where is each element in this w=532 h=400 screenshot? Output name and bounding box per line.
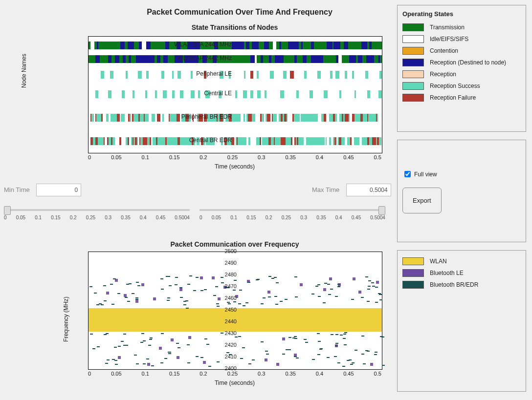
tick: 0.45 — [343, 371, 354, 377]
tick: 0.4 — [335, 215, 342, 220]
min-time-slider[interactable]: 00.050.10.150.20.250.30.350.40.450.5004 — [4, 202, 190, 220]
tick: 2440 — [217, 318, 237, 324]
full-view-label: Full view — [414, 171, 437, 178]
legend-swatch — [402, 94, 424, 102]
legend-swatch — [402, 269, 424, 277]
legend-item: Reception Success — [402, 80, 521, 92]
max-time-input[interactable] — [346, 184, 391, 196]
node-label: WLAN STA 2442 MHz — [149, 41, 232, 48]
legend-swatch — [402, 47, 424, 55]
legend-swatch — [402, 70, 424, 78]
tick: 0.35 — [121, 215, 130, 220]
legend-swatch — [402, 35, 424, 43]
legend-label: Reception Success — [430, 83, 480, 89]
legend-item: Reception (Destined to node) — [402, 57, 521, 68]
node-label: Peripheral BR EDR — [149, 113, 232, 120]
tick: 0.25 — [282, 215, 291, 220]
tick: 0.25 — [227, 154, 238, 160]
legend-item: Transmission — [402, 21, 521, 33]
tick: 0.15 — [169, 371, 179, 377]
tick: 0.45 — [352, 215, 361, 220]
max-time-label: Max Time — [312, 186, 339, 193]
legend-label: Transmission — [430, 24, 465, 31]
full-view-checkbox[interactable]: Full view — [402, 169, 521, 179]
operating-states-legend: Operating States TransmissionIdle/EIFS/S… — [397, 5, 526, 132]
top-xticks: 00.050.10.150.20.250.30.350.40.450.5 — [88, 154, 381, 160]
tick: 2420 — [217, 342, 237, 348]
tick: 0.05 — [111, 371, 121, 377]
bottom-ylabel: Frequency (MHz) — [63, 296, 69, 342]
legend-label: WLAN — [430, 258, 447, 265]
state-transitions-axes[interactable] — [88, 36, 382, 153]
frequency-legend: WLANBluetooth LEBluetooth BR/EDR — [397, 250, 526, 392]
tick: 2490 — [217, 260, 237, 266]
tick: 0 — [88, 371, 91, 377]
legend-swatch — [402, 257, 424, 265]
full-view-input[interactable] — [404, 171, 411, 177]
tick: 0.15 — [246, 215, 256, 220]
legend-label: Bluetooth LE — [430, 270, 464, 276]
legend-title: Operating States — [402, 10, 521, 18]
tick: 0.1 — [142, 154, 149, 160]
tick: 0.05 — [16, 215, 25, 220]
tick: 0.2 — [200, 371, 207, 377]
tick: 0.4 — [316, 371, 323, 377]
legend-label: Reception — [430, 71, 456, 78]
tick: 2470 — [217, 283, 237, 289]
tick: 0.25 — [227, 371, 238, 377]
legend-item: Reception Failure — [402, 92, 521, 104]
min-time-input[interactable] — [36, 184, 81, 196]
bottom-xlabel: Time (seconds) — [88, 379, 381, 386]
top-ylabel: Node Names — [21, 54, 27, 88]
tick: 0.2 — [266, 215, 272, 220]
legend-label: Bluetooth BR/EDR — [430, 281, 478, 288]
tick: 0 — [4, 215, 7, 220]
tick: 0.5004 — [370, 215, 385, 220]
tick: 0.45 — [156, 215, 165, 220]
tick: 0 — [200, 215, 202, 220]
top-xlabel: Time (seconds) — [88, 163, 381, 170]
top-chart-title: State Transitions of Nodes — [88, 23, 381, 31]
legend-item: Contention — [402, 45, 521, 57]
figure-window: Packet Communication Over Time And Frequ… — [0, 0, 532, 400]
tick: 0.2 — [200, 154, 207, 160]
tick: 0.1 — [230, 215, 237, 220]
legend-swatch — [402, 281, 424, 289]
legend-swatch — [402, 82, 424, 90]
tick: 0.3 — [105, 215, 111, 220]
tick: 0.35 — [285, 371, 295, 377]
legend-swatch — [402, 59, 424, 66]
tick: 0.4 — [140, 215, 147, 220]
legend-item: Reception — [402, 68, 521, 80]
tick: 0.5 — [374, 371, 381, 377]
tick: 0.3 — [300, 215, 307, 220]
tick: 0.5004 — [175, 215, 190, 220]
tick: 0.3 — [258, 154, 265, 160]
tick: 2430 — [217, 330, 237, 336]
tick: 0.3 — [258, 371, 265, 377]
tick: 0 — [88, 154, 91, 160]
tick: 0.4 — [316, 154, 323, 160]
main-title: Packet Communication Over Time And Frequ… — [93, 8, 386, 17]
tick: 2500 — [217, 248, 237, 254]
legend-swatch — [402, 23, 424, 31]
tick: 0.1 — [35, 215, 42, 220]
export-button[interactable]: Export — [402, 188, 442, 213]
tick: 0.15 — [51, 215, 60, 220]
max-time-slider[interactable]: 00.050.10.150.20.250.30.350.40.450.5004 — [200, 202, 385, 220]
tick: 0.25 — [86, 215, 95, 220]
tick: 0.35 — [316, 215, 326, 220]
legend-item: Bluetooth LE — [402, 267, 521, 279]
tick: 0.2 — [70, 215, 77, 220]
node-label: Peripheral LE — [149, 70, 232, 77]
legend-label: Contention — [430, 47, 458, 54]
node-label: WLAN AP 2442 MHz — [149, 55, 232, 62]
tick: 0.5 — [374, 154, 381, 160]
tick: 2460 — [217, 295, 237, 301]
tick: 0.15 — [169, 154, 179, 160]
tick: 2480 — [217, 272, 237, 277]
legend-label: Reception (Destined to node) — [430, 59, 506, 66]
tick: 2450 — [217, 307, 237, 313]
legend-item: Bluetooth BR/EDR — [402, 279, 521, 291]
legend-label: Reception Failure — [430, 94, 476, 101]
